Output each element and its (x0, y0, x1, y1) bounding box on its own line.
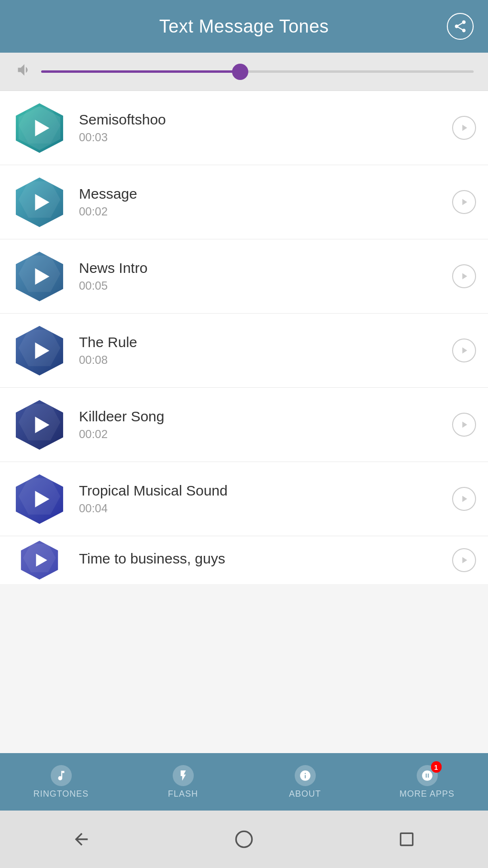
app-header: Text Message Tones (0, 0, 488, 53)
item-duration-3: 00:05 (79, 279, 452, 293)
play-icon-6[interactable] (12, 472, 67, 527)
item-duration-4: 00:08 (79, 353, 452, 367)
volume-slider-fill (41, 70, 240, 73)
play-icon-3[interactable] (12, 249, 67, 304)
play-icon-7[interactable] (12, 539, 67, 582)
music-icon (51, 765, 72, 786)
page-title: Text Message Tones (159, 16, 329, 37)
tones-list: Semisoftshoo 00:03 Message 0 (0, 91, 488, 584)
nav-label-more-apps: MORE APPS (399, 789, 455, 799)
item-info-2: Message 00:02 (79, 186, 452, 218)
recents-button[interactable] (392, 825, 421, 854)
list-item-partial[interactable]: Time to business, guys (0, 536, 488, 584)
list-item[interactable]: Killdeer Song 00:02 (0, 388, 488, 462)
volume-icon (14, 61, 32, 82)
list-item[interactable]: Message 00:02 (0, 165, 488, 239)
item-arrow-3[interactable] (452, 264, 476, 288)
item-arrow-1[interactable] (452, 116, 476, 140)
home-button[interactable] (230, 825, 258, 854)
item-duration-5: 00:02 (79, 428, 452, 441)
nav-item-more-apps[interactable]: 1 MORE APPS (366, 753, 488, 811)
play-icon-1[interactable] (12, 101, 67, 156)
play-icon-4[interactable] (12, 323, 67, 378)
item-info-1: Semisoftshoo 00:03 (79, 112, 452, 144)
item-title-3: News Intro (79, 260, 452, 276)
volume-slider-thumb[interactable] (232, 64, 248, 80)
item-duration-6: 00:04 (79, 502, 452, 515)
item-info-3: News Intro 00:05 (79, 260, 452, 293)
volume-control[interactable] (0, 53, 488, 91)
more-apps-badge: 1 (431, 761, 442, 772)
nav-item-flash[interactable]: FLASH (122, 753, 244, 811)
item-title-6: Tropical Musical Sound (79, 483, 452, 499)
item-title-4: The Rule (79, 334, 452, 350)
info-icon (295, 765, 316, 786)
nav-label-flash: FLASH (168, 789, 198, 799)
item-arrow-7[interactable] (452, 548, 476, 572)
share-button[interactable] (447, 13, 474, 40)
svg-rect-23 (400, 833, 412, 845)
play-icon-5[interactable] (12, 397, 67, 452)
system-navigation (0, 811, 488, 868)
list-item[interactable]: The Rule 00:08 (0, 314, 488, 388)
more-apps-icon: 1 (417, 765, 438, 786)
nav-label-about: ABOUT (289, 789, 321, 799)
item-info-4: The Rule 00:08 (79, 334, 452, 367)
play-icon-2[interactable] (12, 175, 67, 230)
item-title-5: Killdeer Song (79, 408, 452, 425)
list-item[interactable]: Tropical Musical Sound 00:04 (0, 462, 488, 536)
item-title-7: Time to business, guys (79, 551, 452, 567)
item-arrow-2[interactable] (452, 190, 476, 214)
svg-point-22 (236, 831, 252, 847)
list-item[interactable]: News Intro 00:05 (0, 239, 488, 314)
item-info-6: Tropical Musical Sound 00:04 (79, 483, 452, 515)
flash-icon (173, 765, 194, 786)
item-info-5: Killdeer Song 00:02 (79, 408, 452, 441)
nav-label-ringtones: RINGTONES (33, 789, 89, 799)
share-icon (453, 19, 467, 34)
item-arrow-6[interactable] (452, 487, 476, 511)
item-duration-1: 00:03 (79, 131, 452, 144)
item-title-1: Semisoftshoo (79, 112, 452, 128)
list-item[interactable]: Semisoftshoo 00:03 (0, 91, 488, 165)
nav-item-about[interactable]: ABOUT (244, 753, 366, 811)
bottom-navigation: RINGTONES FLASH ABOUT 1 MORE APPS (0, 753, 488, 811)
item-title-2: Message (79, 186, 452, 202)
item-info-7: Time to business, guys (79, 551, 452, 570)
nav-item-ringtones[interactable]: RINGTONES (0, 753, 122, 811)
item-duration-2: 00:02 (79, 205, 452, 218)
back-button[interactable] (67, 825, 96, 854)
item-arrow-5[interactable] (452, 413, 476, 437)
item-arrow-4[interactable] (452, 338, 476, 362)
volume-slider-track[interactable] (41, 70, 474, 73)
